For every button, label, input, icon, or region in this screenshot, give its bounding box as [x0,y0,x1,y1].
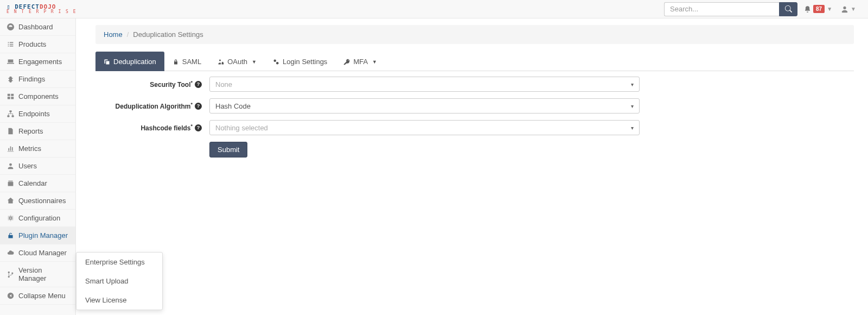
sidebar-item-label: Components [18,92,59,100]
sidebar-item-label: Users [18,162,37,170]
flyout-item-enterprise-settings[interactable]: Enterprise Settings [76,253,162,272]
sidebar-item-label: Findings [18,75,45,83]
user-icon [841,5,848,13]
sidebar-item-engagements[interactable]: Engagements [0,53,75,71]
sidebar-item-label: Dashboard [18,23,53,31]
main-content: Home / Deduplication Settings Deduplicat… [76,18,868,315]
sidebar-item-label: Reports [18,127,43,135]
sidebar: Dashboard Products Engagements Findings … [0,18,76,315]
svg-point-5 [11,272,13,274]
breadcrumb-current: Deduplication Settings [133,30,203,39]
tab-label: SAML [182,58,201,66]
user-menu-dropdown[interactable]: ▼ [839,5,858,13]
sidebar-item-dashboard[interactable]: Dashboard [0,18,75,36]
security-tool-select[interactable]: None ▾ [209,77,640,92]
tab-label: Login Settings [283,58,327,66]
svg-point-4 [8,275,9,277]
flyout-item-view-license[interactable]: View License [76,291,162,310]
gear-icon [7,215,14,222]
svg-point-6 [273,59,276,62]
branch-icon [7,271,14,278]
tab-label: OAuth [227,58,247,66]
cloud-icon [7,249,14,256]
caret-down-icon: ▼ [827,6,832,12]
list-icon [7,41,14,48]
laptop-icon [7,58,14,65]
sidebar-item-label: Metrics [18,144,41,153]
user-lock-icon [218,59,224,65]
svg-rect-1 [7,116,9,117]
notifications-dropdown[interactable]: 87 ▼ [801,5,835,13]
sidebar-item-plugin-manager[interactable]: Plugin Manager [0,227,75,244]
sidebar-item-label: Collapse Menu [18,292,66,300]
dedup-algorithm-select[interactable]: Hash Code ▾ [209,98,640,114]
sidebar-item-collapse-menu[interactable]: Collapse Menu [0,287,75,305]
tab-label: MFA [353,58,368,66]
bug-icon [7,75,14,83]
sidebar-item-calendar[interactable]: Calendar [0,175,75,192]
sidebar-item-label: Questionnaires [18,197,66,205]
key-icon [343,59,350,65]
breadcrumb: Home / Deduplication Settings [95,25,854,44]
user-icon [7,162,14,169]
submit-button[interactable]: Submit [209,142,247,158]
caret-down-icon: ▾ [631,81,634,87]
grid-icon [7,93,14,100]
copy-icon [104,59,110,65]
top-header: ▯ DEFECTDOJO E N T E R P R I S E 87 ▼ ▼ [0,0,868,18]
svg-point-7 [276,62,279,65]
dedup-form: Security Tool* ? None ▾ Deduplication Al… [95,71,854,158]
hashcode-fields-select[interactable]: Nothing selected ▾ [209,120,640,135]
svg-point-3 [8,271,9,273]
select-value: Hash Code [215,102,251,110]
sidebar-item-products[interactable]: Products [0,36,75,53]
tab-oauth[interactable]: OAuth ▼ [209,52,265,71]
sidebar-item-version-manager[interactable]: Version Manager [0,262,75,287]
home-check-icon [7,197,14,204]
sidebar-item-findings[interactable]: Findings [0,71,75,88]
search-icon [785,5,792,12]
flyout-item-smart-upload[interactable]: Smart Upload [76,272,162,291]
sitemap-icon [7,110,14,117]
tab-mfa[interactable]: MFA ▼ [335,52,385,71]
tab-saml[interactable]: SAML [164,52,209,71]
gears-icon [273,59,279,65]
plugin-manager-flyout: Enterprise Settings Smart Upload View Li… [76,252,163,310]
sidebar-item-reports[interactable]: Reports [0,123,75,140]
notification-badge: 87 [813,5,825,13]
sidebar-item-label: Version Manager [18,266,69,282]
file-icon [7,128,14,135]
tab-label: Deduplication [113,58,156,66]
dedup-algorithm-label: Deduplication Algorithm* ? [95,102,209,110]
sidebar-item-configuration[interactable]: Configuration [0,210,75,227]
sidebar-item-users[interactable]: Users [0,158,75,175]
help-icon[interactable]: ? [195,81,202,88]
sidebar-item-endpoints[interactable]: Endpoints [0,105,75,123]
caret-down-icon: ▾ [631,103,634,109]
arrow-left-icon [7,292,14,299]
tab-login-settings[interactable]: Login Settings [265,52,335,71]
dashboard-icon [7,23,14,30]
sidebar-item-label: Plugin Manager [18,231,68,240]
caret-down-icon: ▼ [851,6,856,12]
sidebar-item-label: Configuration [18,214,60,222]
help-icon[interactable]: ? [195,124,202,131]
sidebar-item-label: Engagements [18,58,62,66]
sidebar-item-questionnaires[interactable]: Questionnaires [0,192,75,210]
tab-deduplication[interactable]: Deduplication [95,52,164,71]
caret-down-icon: ▼ [252,59,257,65]
sidebar-item-label: Endpoints [18,110,50,118]
breadcrumb-home[interactable]: Home [104,30,123,39]
hashcode-fields-label: Hashcode fields* ? [95,123,209,132]
search-wrap [664,2,797,16]
sidebar-item-metrics[interactable]: Metrics [0,140,75,158]
logo[interactable]: ▯ DEFECTDOJO E N T E R P R I S E [7,4,77,14]
help-icon[interactable]: ? [195,103,202,110]
search-button[interactable] [779,2,797,16]
sidebar-item-cloud-manager[interactable]: Cloud Manager [0,244,75,262]
sidebar-item-label: Products [18,40,46,48]
caret-down-icon: ▾ [631,125,634,131]
search-input[interactable] [664,2,779,16]
chart-icon [7,145,14,152]
sidebar-item-components[interactable]: Components [0,88,75,105]
